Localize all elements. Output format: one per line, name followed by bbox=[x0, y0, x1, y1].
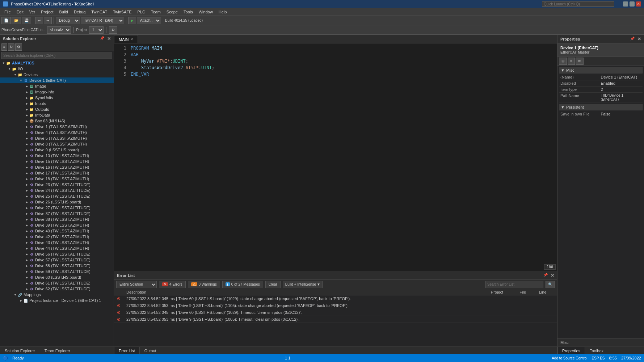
col-line[interactable]: Line bbox=[536, 289, 557, 295]
tree-item-drive39[interactable]: ▶ ⚙ Drive 39 (TW.LSST.AZIMUTH) bbox=[0, 222, 114, 228]
tree-item-drive25[interactable]: ▶ ⚙ Drive 25 (TW.LSST.ALTITUDE) bbox=[0, 193, 114, 199]
prop-sort-btn[interactable]: ⊞ bbox=[559, 58, 567, 65]
tab-main[interactable]: MAIN ✕ bbox=[114, 35, 138, 43]
tree-item-drive61[interactable]: ▶ ⚙ Drive 61 (TW.LSST.ALTITUDE) bbox=[0, 280, 114, 286]
quick-launch-input[interactable] bbox=[542, 1, 614, 7]
tab-main-close[interactable]: ✕ bbox=[130, 37, 133, 41]
tree-item-outputs[interactable]: ▶ 📁 Outputs bbox=[0, 106, 114, 112]
menu-scope[interactable]: Scope bbox=[164, 9, 181, 15]
error-filter-dropdown[interactable]: Entire Solution Current Document Open Do… bbox=[116, 281, 157, 288]
tree-item-mappings[interactable]: ▼ 🔗 Mappings bbox=[0, 292, 114, 298]
search-error-input[interactable] bbox=[485, 281, 543, 288]
tree-item-drive4[interactable]: ▶ ⚙ Drive 4 (TW.LSST.AZIMUTH) bbox=[0, 130, 114, 135]
menu-tools[interactable]: Tools bbox=[181, 9, 196, 15]
build-dropdown-arrow[interactable]: ▼ bbox=[317, 282, 320, 286]
error-panel-close[interactable]: ✕ bbox=[551, 273, 554, 278]
tree-item-devices[interactable]: ▼ 📁 Devices bbox=[0, 72, 114, 77]
toolbar-save[interactable]: 💾 bbox=[22, 17, 31, 24]
search-error-btn[interactable]: 🔍 bbox=[546, 281, 555, 288]
tree-item-analytics[interactable]: ▼ 📁 ANALYTICS bbox=[0, 60, 114, 66]
se-refresh[interactable]: ↻ bbox=[8, 43, 14, 51]
tab-properties[interactable]: Properties bbox=[557, 347, 585, 354]
tree-item-infodata[interactable]: ▶ 📁 InfoData bbox=[0, 112, 114, 118]
tree-item-project-instance[interactable]: ▶ 📄 Project Instance - Device 1 (EtherCA… bbox=[0, 298, 114, 303]
menu-project[interactable]: Project bbox=[38, 9, 56, 15]
code-editor[interactable]: 1 PROGRAM MAIN 2 VAR 3 MyVar AT%I*:UDINT… bbox=[114, 43, 557, 271]
source-control-link[interactable]: Add to Source Control bbox=[552, 356, 587, 360]
col-description[interactable]: Description bbox=[123, 289, 488, 295]
tree-item-drive42[interactable]: ▶ ⚙ Drive 42 (TW.LSST.AZIMUTH) bbox=[0, 234, 114, 240]
tree-item-drive9[interactable]: ▶ ⚙ Drive 9 (LSST.HS.board) bbox=[0, 147, 114, 153]
minimize-button[interactable]: — bbox=[623, 1, 628, 7]
tree-item-drive1[interactable]: ▶ ⚙ Drive 1 (TW.LSST.AZIMUTH) bbox=[0, 124, 114, 130]
toolbar-new[interactable]: 📄 bbox=[1, 17, 11, 24]
tree-item-drive15[interactable]: ▶ ⚙ Drive 15 (TW.LSST.AZIMUTH) bbox=[0, 159, 114, 164]
tree-item-drive26[interactable]: ▶ ⚙ Drive 26 (LSST.HS.board) bbox=[0, 199, 114, 205]
toolbar-build[interactable]: ⚙ bbox=[109, 26, 117, 34]
tree-item-drive24[interactable]: ▶ ⚙ Drive 24 (TW.LSST.ALTITUDE) bbox=[0, 188, 114, 193]
menu-window[interactable]: Window bbox=[196, 9, 216, 15]
se-close[interactable]: ✕ bbox=[107, 36, 111, 41]
col-project[interactable]: Project bbox=[488, 289, 517, 295]
tree-item-drive57[interactable]: ▶ ⚙ Drive 57 (TW.LSST.ALTITUDE) bbox=[0, 257, 114, 263]
menu-build[interactable]: Build bbox=[56, 9, 71, 15]
messages-filter-button[interactable]: ℹ 0 of 27 Messages bbox=[222, 281, 263, 288]
close-button[interactable]: ✕ bbox=[636, 1, 641, 7]
prop-edit-btn[interactable]: ✏ bbox=[576, 58, 584, 65]
build-config-dropdown[interactable]: Debug Release bbox=[56, 17, 80, 24]
maximize-button[interactable]: □ bbox=[630, 1, 635, 7]
menu-edit[interactable]: Edit bbox=[14, 9, 26, 15]
prop-pin[interactable]: 📌 bbox=[630, 37, 635, 42]
warnings-filter-button[interactable]: ⚠ 0 Warnings bbox=[188, 281, 220, 288]
se-pin[interactable]: 📌 bbox=[100, 36, 104, 41]
tree-item-drive40[interactable]: ▶ ⚙ Drive 40 (TW.LSST.AZIMUTH) bbox=[0, 228, 114, 234]
tree-item-image-info[interactable]: ▶ 🖼 Image-Info bbox=[0, 89, 114, 95]
tree-item-drive56[interactable]: ▶ ⚙ Drive 56 (TW.LSST.ALTITUDE) bbox=[0, 251, 114, 257]
tree-item-inputs[interactable]: ▶ 📁 Inputs bbox=[0, 101, 114, 106]
tree-item-drive62[interactable]: ▶ ⚙ Drive 62 (TW.LSST.ALTITUDE) bbox=[0, 286, 114, 292]
menu-plc[interactable]: PLC bbox=[135, 9, 148, 15]
menu-team[interactable]: Team bbox=[148, 9, 164, 15]
menu-file[interactable]: File bbox=[1, 9, 14, 15]
error-row-2[interactable]: ⊗ 27/09/2022 8:54:52 053 ms | 'Drive 9 (… bbox=[114, 302, 557, 309]
menu-view[interactable]: Ver bbox=[26, 9, 38, 15]
tree-item-drive23[interactable]: ▶ ⚙ Drive 23 (TW.LSST.ALTITUDE) bbox=[0, 182, 114, 188]
toolbar-open[interactable]: 📂 bbox=[12, 17, 21, 24]
tree-item-drive38[interactable]: ▶ ⚙ Drive 38 (TW.LSST.AZIMUTH) bbox=[0, 216, 114, 222]
tree-item-syncunits[interactable]: ▶ 📁 SyncUnits bbox=[0, 95, 114, 101]
se-search-input[interactable] bbox=[1, 52, 112, 59]
menu-twincat[interactable]: TwinCAT bbox=[88, 9, 110, 15]
tree-item-drive58[interactable]: ▶ ⚙ Drive 58 (TW.LSST.ALTITUDE) bbox=[0, 263, 114, 269]
tree-item-drive44[interactable]: ▶ ⚙ Drive 44 (TW.LSST.AZIMUTH) bbox=[0, 245, 114, 251]
se-properties[interactable]: ⚙ bbox=[15, 43, 22, 51]
error-row-1[interactable]: ⊗ 27/09/2022 8:54:52 045 ms | 'Drive 60 … bbox=[114, 295, 557, 302]
prop-section-persistent-header[interactable]: ▼ Persistent bbox=[559, 104, 643, 110]
error-row-3[interactable]: ⊗ 27/09/2022 8:54:52 045 ms | 'Drive 60 … bbox=[114, 309, 557, 316]
tree-item-drive18[interactable]: ▶ ⚙ Drive 18 (TW.LSST.AZIMUTH) bbox=[0, 176, 114, 182]
tab-error-list[interactable]: Error List bbox=[114, 347, 140, 354]
tree-item-drive37[interactable]: ▶ ⚙ Drive 37 (TW.LSST.ALTITUDE) bbox=[0, 211, 114, 216]
error-row-4[interactable]: ⊗ 27/09/2022 8:54:52 053 ms | 'Drive 9 (… bbox=[114, 316, 557, 323]
col-file[interactable]: File bbox=[517, 289, 536, 295]
tree-item-drive17[interactable]: ▶ ⚙ Drive 17 (TW.LSST.AZIMUTH) bbox=[0, 170, 114, 176]
tab-output[interactable]: Output bbox=[140, 347, 161, 354]
tree-item-drive27[interactable]: ▶ ⚙ Drive 27 (TW.LSST.ALTITUDE) bbox=[0, 205, 114, 211]
error-panel-pin[interactable]: 📌 bbox=[543, 273, 548, 278]
tree-item-drive60[interactable]: ▶ ⚙ Drive 60 (LSST.HS.board) bbox=[0, 274, 114, 280]
tab-team-explorer[interactable]: Team Explorer bbox=[40, 347, 75, 354]
tree-item-drive43[interactable]: ▶ ⚙ Drive 43 (TW.LSST.AZIMUTH) bbox=[0, 240, 114, 245]
tree-item-box63[interactable]: ▶ 📦 Box 63 (NI 9145) bbox=[0, 118, 114, 124]
menu-twinsafe[interactable]: TwinSAFE bbox=[110, 9, 134, 15]
prop-close[interactable]: ✕ bbox=[637, 37, 641, 42]
tree-item-device1[interactable]: ▼ 🖥 Device 1 (EtherCAT) bbox=[0, 77, 114, 83]
toolbar-undo[interactable]: ↩ bbox=[35, 17, 43, 24]
num-dropdown[interactable]: 1 bbox=[89, 26, 104, 34]
build-intellisense-button[interactable]: Build + IntelliSense ▼ bbox=[283, 281, 323, 288]
platform-dropdown[interactable]: TwinCAT RT (x64) bbox=[81, 17, 124, 24]
tree-item-drive5[interactable]: ▶ ⚙ Drive 5 (TW.LSST.AZIMUTH) bbox=[0, 135, 114, 141]
tree-item-io[interactable]: ▼ 📁 I/O bbox=[0, 66, 114, 72]
menu-help[interactable]: Help bbox=[216, 9, 230, 15]
tree-item-drive10[interactable]: ▶ ⚙ Drive 10 (TW.LSST.AZIMUTH) bbox=[0, 153, 114, 159]
tab-toolbox[interactable]: Toolbox bbox=[585, 347, 608, 354]
prop-section-misc-header[interactable]: ▼ Misc bbox=[559, 67, 643, 73]
